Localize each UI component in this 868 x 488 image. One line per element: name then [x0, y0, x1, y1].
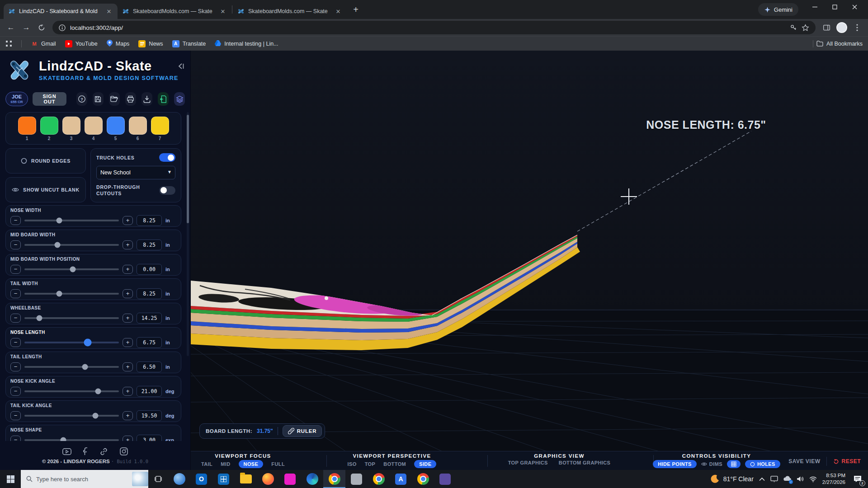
new-tab-button[interactable]: +: [349, 3, 362, 16]
tab-skateboardmolds-2[interactable]: SkateboardMolds.com — Skate ✕: [233, 4, 347, 19]
holes-toggle[interactable]: HOLES: [745, 460, 780, 468]
tray-expand-chevron-icon[interactable]: [759, 477, 765, 481]
value-input[interactable]: 6.50: [137, 361, 162, 372]
decrement-button[interactable]: −: [10, 265, 21, 274]
save-button[interactable]: [93, 92, 104, 106]
focus-full-button[interactable]: FULL: [271, 461, 285, 467]
slider-thumb[interactable]: [57, 218, 62, 224]
swatch-5[interactable]: 5: [107, 117, 125, 141]
forward-button[interactable]: →: [19, 20, 33, 35]
decrement-button[interactable]: −: [10, 216, 21, 225]
perspective-iso-button[interactable]: ISO: [348, 461, 357, 467]
reload-button[interactable]: [34, 20, 49, 35]
save-view-button[interactable]: SAVE VIEW: [788, 458, 820, 465]
scrollbar-thumb[interactable]: [187, 115, 189, 223]
swatch-3[interactable]: 3: [62, 117, 80, 141]
increment-button[interactable]: +: [123, 314, 133, 323]
taskbar-app-store[interactable]: [212, 470, 235, 488]
slider-thumb[interactable]: [57, 291, 62, 297]
slider-thumb[interactable]: [37, 315, 42, 321]
taskbar-app-blue-a[interactable]: A: [390, 470, 412, 488]
help-button[interactable]: ?: [76, 92, 87, 106]
taskbar-app-chrome-2[interactable]: [368, 470, 390, 488]
bottom-graphics-button[interactable]: BOTTOM GRAPHICS: [559, 460, 611, 465]
slider-track[interactable]: [24, 317, 119, 319]
cast-screen-icon[interactable]: [770, 476, 778, 482]
slider-track[interactable]: [24, 415, 119, 417]
sidebar-collapse-icon[interactable]: [177, 62, 185, 72]
focus-nose-button[interactable]: NOSE: [239, 460, 264, 468]
slider-track[interactable]: [24, 342, 119, 343]
slider-track[interactable]: [24, 244, 119, 246]
swatch-1[interactable]: 1: [18, 117, 36, 141]
value-input[interactable]: 3.00: [137, 435, 162, 441]
increment-button[interactable]: +: [123, 216, 133, 225]
decrement-button[interactable]: −: [10, 411, 21, 420]
bookmark-internal-testing[interactable]: Internal testing | Lin...: [215, 40, 278, 47]
truck-holes-toggle[interactable]: [159, 153, 175, 162]
sign-out-button[interactable]: SIGN OUT: [33, 92, 66, 106]
taskbar-app-purple[interactable]: [434, 470, 456, 488]
decrement-button[interactable]: −: [10, 240, 21, 249]
url-text[interactable]: localhost:3002/app/: [70, 24, 785, 31]
open-file-button[interactable]: [109, 92, 120, 106]
ruler-button[interactable]: RULER: [283, 425, 322, 437]
decrement-button[interactable]: −: [10, 289, 21, 298]
value-input[interactable]: 0.00: [137, 264, 162, 275]
reset-button[interactable]: RESET: [833, 458, 861, 465]
sidebar-scrollbar[interactable]: [187, 112, 189, 356]
taskbar-app-browser-blue[interactable]: [168, 470, 190, 488]
tab-close-icon[interactable]: ✕: [219, 7, 227, 15]
swatch-4[interactable]: 4: [85, 117, 103, 141]
tab-skateboardmolds-1[interactable]: SkateboardMolds.com — Skate ✕: [118, 4, 231, 19]
slider-thumb[interactable]: [82, 364, 88, 370]
user-credits-button[interactable]: JOE 655 CR: [5, 92, 28, 106]
taskbar-app-outlook[interactable]: O: [190, 470, 212, 488]
bookmark-maps[interactable]: Maps: [107, 40, 130, 48]
swatch-7[interactable]: 7: [151, 117, 169, 141]
swatch-2[interactable]: 2: [40, 117, 58, 141]
weather-widget[interactable]: 81°F Clear: [711, 474, 754, 483]
perspective-side-button[interactable]: SIDE: [414, 460, 436, 468]
slider-track[interactable]: [24, 293, 119, 295]
hide-points-button[interactable]: HIDE POINTS: [653, 460, 697, 468]
tab-lindzcad[interactable]: LindzCAD - Skateboard & Mold ✕: [4, 4, 118, 19]
drop-through-toggle[interactable]: [159, 186, 175, 195]
wifi-icon[interactable]: [809, 476, 817, 482]
increment-button[interactable]: +: [123, 265, 133, 274]
facebook-social-icon[interactable]: [83, 447, 88, 455]
youtube-social-icon[interactable]: [62, 448, 71, 455]
slider-thumb[interactable]: [92, 413, 98, 419]
taskbar-app-edge[interactable]: [301, 470, 323, 488]
value-input[interactable]: 8.25: [137, 239, 162, 250]
slider-thumb[interactable]: [84, 339, 92, 347]
task-view-button[interactable]: [148, 470, 168, 488]
slider-track[interactable]: [24, 439, 119, 441]
browser-panel-icon[interactable]: [819, 20, 834, 35]
slider-track[interactable]: [24, 268, 119, 270]
slider-thumb[interactable]: [70, 267, 75, 272]
bookmark-star-icon[interactable]: [802, 24, 809, 32]
perspective-bottom-button[interactable]: BOTTOM: [383, 461, 406, 467]
taskbar-search-box[interactable]: Type here to search: [21, 470, 148, 488]
slider-thumb[interactable]: [55, 242, 61, 248]
start-button[interactable]: [0, 470, 21, 488]
value-input[interactable]: 8.25: [137, 288, 162, 299]
focus-tail-button[interactable]: TAIL: [201, 461, 212, 467]
viewport-3d[interactable]: NOSE LENGTH: 6.75" BOARD LENGTH: 31.75" …: [191, 51, 868, 470]
taskbar-app-pink[interactable]: [279, 470, 301, 488]
gemini-button[interactable]: Gemini: [758, 3, 798, 16]
value-input[interactable]: 19.50: [137, 410, 162, 421]
maximize-button[interactable]: [825, 0, 844, 14]
increment-button[interactable]: +: [123, 362, 133, 371]
apps-grid-icon[interactable]: [5, 40, 12, 47]
bookmark-translate[interactable]: ATranslate: [172, 40, 206, 47]
decrement-button[interactable]: −: [10, 338, 21, 347]
search-highlight-image[interactable]: [132, 472, 148, 486]
onedrive-cloud-icon[interactable]: i: [783, 475, 792, 483]
decrement-button[interactable]: −: [10, 362, 21, 371]
password-key-icon[interactable]: [790, 24, 797, 31]
taskbar-app-gray[interactable]: [345, 470, 368, 488]
taskbar-app-firefox[interactable]: [257, 470, 279, 488]
decrement-button[interactable]: −: [10, 436, 21, 441]
